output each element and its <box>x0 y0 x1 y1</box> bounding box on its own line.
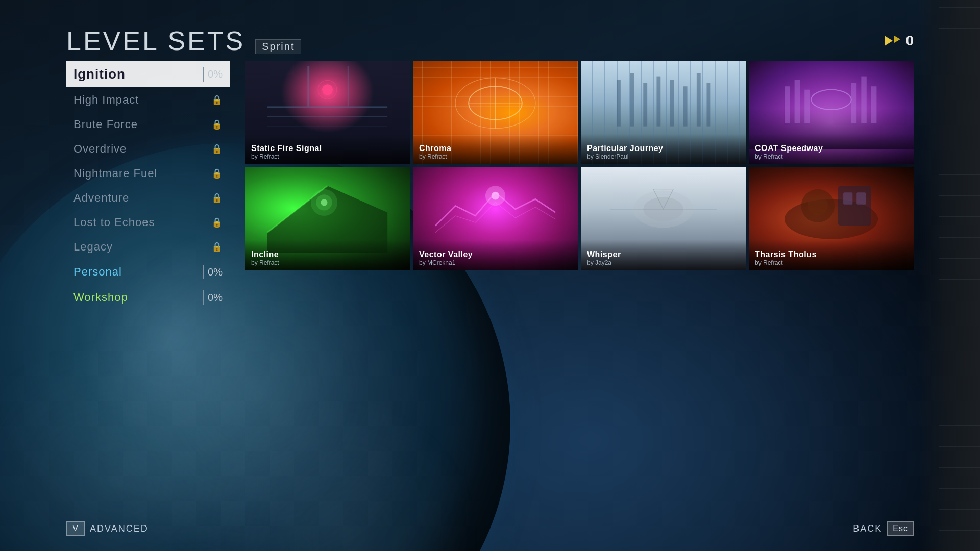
level-card-tharsis[interactable]: Tharsis Tholus by Refract <box>749 167 914 270</box>
currency-arrow-large <box>885 36 893 46</box>
page-title: LEVEL SETS <box>66 26 245 56</box>
card-author-vector-valley: by MCrekna1 <box>419 259 572 266</box>
sidebar-item-personal[interactable]: Personal 0% <box>66 260 230 284</box>
sidebar-label-overdrive: Overdrive <box>74 142 127 156</box>
title-area: LEVEL SETS Sprint <box>66 26 301 56</box>
currency-arrow-small <box>894 36 900 43</box>
card-title-particular: Particular Journey <box>587 144 740 153</box>
card-label-area-vector-valley: Vector Valley by MCrekna1 <box>413 240 578 270</box>
card-detail-vector-valley: Vector Valley by MCrekna1 <box>413 167 578 270</box>
sidebar-label-brute-force: Brute Force <box>74 118 138 131</box>
level-card-whisper[interactable]: Whisper by Jay2a <box>581 167 746 270</box>
card-label-area-whisper: Whisper by Jay2a <box>581 240 746 270</box>
divider-workshop <box>203 290 204 305</box>
card-detail-whisper: Whisper by Jay2a <box>581 167 746 270</box>
currency-area: 0 <box>885 33 914 49</box>
card-detail-static-fire: Static Fire Signal by Refract <box>245 61 410 164</box>
sidebar-item-high-impact[interactable]: High Impact 🔒 <box>66 88 230 112</box>
level-card-coat[interactable]: COAT Speedway by Refract <box>749 61 914 164</box>
subtitle-badge: Sprint <box>255 39 301 54</box>
sidebar-label-personal: Personal <box>74 265 122 279</box>
advanced-key-badge: V <box>66 521 85 536</box>
card-label-area-chroma: Chroma by Refract <box>413 134 578 164</box>
level-card-static-fire[interactable]: Static Fire Signal by Refract <box>245 61 410 164</box>
lock-icon-brute-force: 🔒 <box>211 119 223 130</box>
back-key-badge: Esc <box>887 521 914 536</box>
card-label-area-coat: COAT Speedway by Refract <box>749 134 914 164</box>
level-card-chroma[interactable]: Chroma by Refract <box>413 61 578 164</box>
currency-value: 0 <box>905 33 914 49</box>
level-grid: Static Fire Signal by Refract <box>245 61 914 270</box>
sidebar-item-ignition[interactable]: Ignition 0% <box>66 61 230 87</box>
sidebar-label-adventure: Adventure <box>74 191 129 205</box>
card-author-coat: by Refract <box>755 153 908 160</box>
lock-icon-overdrive: 🔒 <box>211 143 223 155</box>
card-author-static-fire: by Refract <box>251 153 404 160</box>
card-detail-incline: Incline by Refract <box>245 167 410 270</box>
sidebar-label-high-impact: High Impact <box>74 93 139 107</box>
main-content: Ignition 0% High Impact 🔒 Brute Force 🔒 … <box>66 61 914 510</box>
card-title-whisper: Whisper <box>587 250 740 259</box>
card-author-tharsis: by Refract <box>755 259 908 266</box>
lock-icon-lost-to-echoes: 🔒 <box>211 217 223 228</box>
right-edge-lines <box>939 0 980 551</box>
level-card-particular[interactable]: Particular Journey by SlenderPaul <box>581 61 746 164</box>
bottom-bar: V ADVANCED BACK Esc <box>66 521 914 536</box>
sidebar-right-legacy: 🔒 <box>211 241 223 253</box>
card-detail-particular: Particular Journey by SlenderPaul <box>581 61 746 164</box>
back-label: BACK <box>853 523 882 534</box>
sidebar-item-brute-force[interactable]: Brute Force 🔒 <box>66 113 230 136</box>
sidebar: Ignition 0% High Impact 🔒 Brute Force 🔒 … <box>66 61 230 510</box>
card-title-tharsis: Tharsis Tholus <box>755 250 908 259</box>
sidebar-label-workshop: Workshop <box>74 291 128 304</box>
sidebar-right-lost-to-echoes: 🔒 <box>211 217 223 228</box>
card-detail-chroma: Chroma by Refract <box>413 61 578 164</box>
card-author-chroma: by Refract <box>419 153 572 160</box>
sidebar-right-overdrive: 🔒 <box>211 143 223 155</box>
lock-icon-high-impact: 🔒 <box>211 94 223 106</box>
divider-ignition <box>203 67 204 82</box>
sidebar-item-adventure[interactable]: Adventure 🔒 <box>66 186 230 210</box>
sidebar-right-ignition: 0% <box>201 67 223 82</box>
sidebar-right-brute-force: 🔒 <box>211 119 223 130</box>
card-detail-coat: COAT Speedway by Refract <box>749 61 914 164</box>
advanced-button[interactable]: V ADVANCED <box>66 521 149 536</box>
sidebar-right-workshop: 0% <box>201 290 223 305</box>
lock-icon-legacy: 🔒 <box>211 241 223 253</box>
advanced-label: ADVANCED <box>90 523 149 534</box>
sidebar-label-lost-to-echoes: Lost to Echoes <box>74 216 155 229</box>
currency-icon <box>885 36 900 46</box>
sidebar-right-adventure: 🔒 <box>211 192 223 204</box>
lock-icon-adventure: 🔒 <box>211 192 223 204</box>
sidebar-right-nightmare-fuel: 🔒 <box>211 168 223 179</box>
percent-workshop: 0% <box>208 292 223 304</box>
header: LEVEL SETS Sprint 0 <box>66 26 914 56</box>
card-author-whisper: by Jay2a <box>587 259 740 266</box>
level-grid-area: Static Fire Signal by Refract <box>245 61 914 510</box>
sidebar-item-overdrive[interactable]: Overdrive 🔒 <box>66 137 230 161</box>
sidebar-right-high-impact: 🔒 <box>211 94 223 106</box>
card-label-area-static-fire: Static Fire Signal by Refract <box>245 134 410 164</box>
lock-icon-nightmare-fuel: 🔒 <box>211 168 223 179</box>
card-author-particular: by SlenderPaul <box>587 153 740 160</box>
card-title-coat: COAT Speedway <box>755 144 908 153</box>
sidebar-label-nightmare-fuel: Nightmare Fuel <box>74 167 157 180</box>
level-card-vector-valley[interactable]: Vector Valley by MCrekna1 <box>413 167 578 270</box>
sidebar-item-legacy[interactable]: Legacy 🔒 <box>66 235 230 259</box>
sidebar-right-personal: 0% <box>201 265 223 279</box>
card-author-incline: by Refract <box>251 259 404 266</box>
back-button[interactable]: BACK Esc <box>853 521 914 536</box>
card-title-incline: Incline <box>251 250 404 259</box>
card-label-area-incline: Incline by Refract <box>245 240 410 270</box>
card-detail-tharsis: Tharsis Tholus by Refract <box>749 167 914 270</box>
sidebar-item-lost-to-echoes[interactable]: Lost to Echoes 🔒 <box>66 211 230 234</box>
sidebar-label-ignition: Ignition <box>74 66 126 82</box>
sidebar-item-workshop[interactable]: Workshop 0% <box>66 285 230 310</box>
percent-ignition: 0% <box>208 68 223 80</box>
card-title-static-fire: Static Fire Signal <box>251 144 404 153</box>
card-title-chroma: Chroma <box>419 144 572 153</box>
card-title-vector-valley: Vector Valley <box>419 250 572 259</box>
sidebar-item-nightmare-fuel[interactable]: Nightmare Fuel 🔒 <box>66 162 230 185</box>
percent-personal: 0% <box>208 266 223 278</box>
level-card-incline[interactable]: Incline by Refract <box>245 167 410 270</box>
